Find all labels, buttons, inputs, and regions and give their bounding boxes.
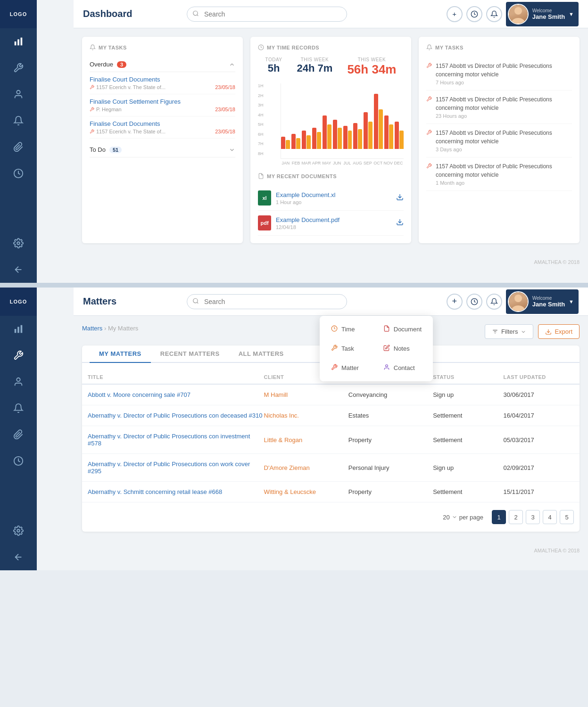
bar-group — [384, 115, 393, 149]
history-button[interactable] — [466, 6, 482, 22]
task-item: Finalise Court Documents 1157 Ecerich v.… — [90, 116, 235, 139]
svg-point-20 — [17, 529, 20, 532]
matter-title[interactable]: Abernathy v. Schmitt concerning retail l… — [88, 488, 264, 495]
doc-meta: Example Document.pdf 12/04/18 — [276, 216, 396, 230]
bar-chart — [281, 83, 404, 159]
my-tasks-right-card: MY TASKS 1157 Abobtt vs Director of Publ… — [419, 37, 580, 243]
dropdown-time[interactable]: Time — [324, 321, 375, 338]
sidebar-matters-chart[interactable] — [0, 316, 37, 342]
task-title[interactable]: Finalise Court Documents — [90, 120, 235, 127]
orange-bar — [343, 126, 348, 149]
tab-recent-matters[interactable]: RECENT MATTERS — [151, 345, 229, 362]
tab-all-matters[interactable]: ALL MATTERS — [229, 345, 293, 362]
add-button[interactable]: + — [447, 6, 463, 22]
dashboard-footer: AMALTHEA © 2018 — [74, 252, 588, 269]
sidebar-item-back[interactable] — [0, 256, 37, 283]
task-title[interactable]: Finalise Court Documents — [90, 76, 235, 83]
matter-client[interactable]: Nicholas Inc. — [264, 412, 348, 419]
dropdown-notes[interactable]: Notes — [377, 340, 428, 357]
matters-sidebar: LOGO — [0, 288, 37, 570]
notes-icon — [383, 345, 390, 353]
download-button[interactable] — [396, 193, 404, 203]
matters-notifications-button[interactable] — [486, 294, 502, 310]
matter-client[interactable]: Little & Rogan — [264, 436, 348, 444]
sidebar-item-paperclip[interactable] — [0, 134, 37, 160]
tab-my-matters[interactable]: MY MATTERS — [90, 345, 151, 363]
overdue-badge: 3 — [117, 61, 126, 68]
todo-section-header[interactable]: To Do 51 — [90, 142, 235, 157]
task-item: Finalise Court Documents 1157 Ecerich v.… — [90, 72, 235, 94]
matter-client[interactable]: M Hamill — [264, 391, 348, 398]
my-tasks-card: MY TASKS Overdue 3 Finali — [82, 37, 243, 243]
sidebar-matters-paperclip[interactable] — [0, 421, 37, 448]
svg-rect-0 — [15, 41, 17, 45]
search-input[interactable] — [187, 7, 347, 22]
matters-welcome-label: Welcome — [532, 296, 565, 301]
task-title[interactable]: Finalise Court Settlement Figures — [90, 98, 235, 105]
breadcrumb: Matters › My Matters — [82, 325, 138, 332]
matters-add-button[interactable]: + — [447, 294, 463, 310]
sidebar-item-tools[interactable] — [0, 55, 37, 81]
logo: LOGO — [0, 0, 37, 28]
user-menu[interactable]: Welcome Jane Smith ▼ — [506, 2, 579, 26]
svg-point-5 — [17, 242, 20, 245]
page-btn-2[interactable]: 2 — [509, 510, 523, 524]
dropdown-document[interactable]: Document — [377, 321, 428, 338]
filters-button[interactable]: Filters — [485, 324, 533, 339]
page-btn-1[interactable]: 1 — [492, 510, 506, 524]
sidebar-item-person[interactable] — [0, 81, 37, 107]
overdue-section-header[interactable]: Overdue 3 — [90, 57, 235, 72]
matter-title[interactable]: Abernathy v. Director of Public Prosecut… — [88, 460, 264, 475]
sidebar-matters-back[interactable] — [0, 544, 37, 570]
svg-rect-17 — [21, 325, 23, 333]
download-button[interactable] — [396, 218, 404, 228]
doc-name[interactable]: Example Document.xl — [276, 191, 396, 198]
matter-title[interactable]: Abbott v. Moore concerning sale #707 — [88, 391, 264, 398]
dropdown-contact[interactable]: Contact — [377, 359, 428, 377]
task-icon — [331, 345, 338, 353]
sidebar-item-clock[interactable] — [0, 160, 37, 187]
matter-title[interactable]: Abernathy v. Director of Public Prosecut… — [88, 412, 264, 419]
sidebar-matters-settings[interactable] — [0, 518, 37, 544]
time-stat-week: THIS WEEK 24h 7m — [297, 57, 333, 77]
sidebar-item-chart[interactable] — [0, 28, 37, 55]
matter-status: Settlement — [433, 412, 503, 419]
dropdown-task[interactable]: Task — [324, 340, 375, 357]
per-page-selector[interactable]: 20 per page — [443, 514, 483, 521]
matters-search-input[interactable] — [187, 294, 347, 309]
task-feed-item: 1157 Abobtt vs Director of Public Presec… — [426, 124, 572, 157]
chart-x-labels: JAN FEB MAR APR MAY JUN JUL AUG SEP OCT — [281, 161, 404, 165]
sidebar-item-bell[interactable] — [0, 107, 37, 134]
page-title: Dashboard — [83, 8, 177, 19]
dropdown-matter[interactable]: Matter — [324, 359, 375, 377]
sidebar-matters-tools[interactable] — [0, 342, 37, 369]
matter-practice: Conveyancing — [348, 391, 433, 398]
recent-docs-section: MY RECENT DOCUMENTS xl Example Document.… — [258, 173, 404, 236]
matter-client[interactable]: Witting & Leucscke — [264, 488, 348, 495]
sidebar-matters-bell[interactable] — [0, 395, 37, 421]
matters-screen: LOGO — [0, 288, 588, 570]
matter-client[interactable]: D'Amore Zieman — [264, 464, 348, 471]
sidebar-item-settings[interactable] — [0, 230, 37, 256]
sidebar-matters-person[interactable] — [0, 369, 37, 395]
breadcrumb-root[interactable]: Matters — [82, 325, 102, 332]
yellow-bar — [338, 128, 342, 149]
export-button[interactable]: Export — [538, 324, 580, 339]
page-btn-4[interactable]: 4 — [543, 510, 557, 524]
matters-history-button[interactable] — [466, 294, 482, 310]
doc-name[interactable]: Example Document.pdf — [276, 216, 396, 223]
time-records-header: MY TIME RECORDS — [258, 44, 404, 50]
doc-date: 1 Hour ago — [276, 199, 396, 205]
time-stat-week2: THIS WEEK 56h 34m — [347, 57, 396, 77]
page-btn-3[interactable]: 3 — [526, 510, 540, 524]
doc-date: 12/04/18 — [276, 224, 396, 230]
matter-updated: 02/09/2017 — [504, 464, 574, 471]
sidebar-matters-clock[interactable] — [0, 448, 37, 474]
matter-updated: 16/04/2017 — [504, 412, 574, 419]
matter-title[interactable]: Abernathy v. Director of Public Prosecut… — [88, 433, 264, 447]
task-feed-icon — [426, 163, 432, 170]
matters-user-menu[interactable]: Welcome Jane Smith ▼ — [506, 289, 579, 314]
yellow-bar — [358, 129, 362, 149]
notifications-button[interactable] — [486, 6, 502, 22]
page-btn-5[interactable]: 5 — [560, 510, 574, 524]
